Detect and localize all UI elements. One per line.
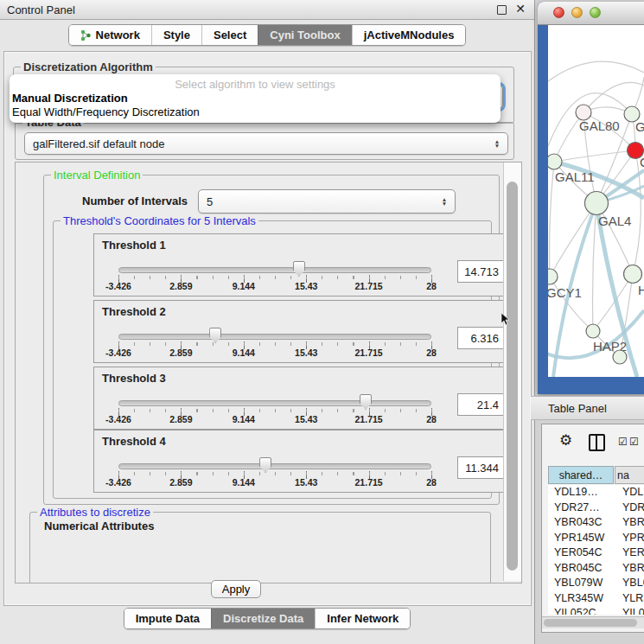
slider-scale-label: 2.859 bbox=[169, 281, 192, 291]
control-panel-window: Control Panel ✕ NetworkStyleSelectCyni T… bbox=[0, 0, 535, 644]
slider-scale-label: 9.144 bbox=[233, 348, 255, 358]
network-node[interactable] bbox=[613, 350, 627, 364]
network-node-gal11[interactable] bbox=[548, 154, 562, 169]
network-icon bbox=[80, 29, 92, 41]
table-row[interactable]: YIL052CYIL0 bbox=[548, 606, 644, 615]
gear-icon[interactable]: ⚙ bbox=[559, 431, 572, 450]
number-of-intervals-combobox[interactable]: 5 ▲▼ bbox=[198, 189, 456, 214]
slider-ticks bbox=[118, 275, 432, 283]
network-node-hap2[interactable] bbox=[586, 324, 600, 338]
table-data-combobox-value: galFiltered.sif default node bbox=[33, 137, 491, 150]
slider-scale-label: 21.715 bbox=[355, 348, 383, 358]
cyni-toolbox-panel: Discretization Algorithm ▲▼ Select algor… bbox=[3, 51, 532, 606]
network-edge[interactable] bbox=[548, 61, 644, 81]
vertical-scrollbar[interactable] bbox=[503, 163, 521, 581]
slider-scale-label: -3.426 bbox=[105, 414, 131, 424]
slider-track[interactable] bbox=[118, 400, 431, 406]
threshold-value-field[interactable]: 6.316 bbox=[457, 327, 504, 349]
table-panel-title: Table Panel bbox=[548, 402, 607, 415]
tab-network[interactable]: Network bbox=[69, 25, 151, 45]
table-data-combobox[interactable]: galFiltered.sif default node ▲▼ bbox=[24, 132, 508, 155]
network-edge[interactable] bbox=[550, 162, 554, 277]
stepper-arrows-icon: ▲▼ bbox=[438, 197, 450, 206]
tab-select[interactable]: Select bbox=[201, 25, 258, 45]
network-node-gcy1[interactable] bbox=[548, 269, 558, 284]
table-row[interactable]: YDR27…YDR2 bbox=[548, 501, 644, 516]
tab-label: Style bbox=[163, 29, 190, 41]
slider-scale-label: 28 bbox=[426, 477, 437, 488]
checkbox-icon[interactable]: ☑ bbox=[629, 436, 639, 448]
cell-shared-name: YBR043C bbox=[548, 515, 616, 531]
tab-infer-network[interactable]: Infer Network bbox=[315, 609, 410, 628]
split-view-icon[interactable] bbox=[589, 434, 605, 451]
table-row[interactable]: YER054CYER0 bbox=[548, 545, 644, 561]
minimize-traffic-light-icon[interactable] bbox=[571, 7, 583, 18]
threshold-value-field[interactable]: 14.713 bbox=[457, 260, 504, 283]
settings-scroll-area: Interval Definition Number of Intervals … bbox=[15, 162, 522, 583]
top-tab-bar: NetworkStyleSelectCyni ToolboxjActiveMNo… bbox=[0, 24, 534, 46]
number-of-intervals-label: Number of Intervals bbox=[82, 194, 188, 207]
tab-discretize-data[interactable]: Discretize Data bbox=[211, 609, 315, 628]
network-edge[interactable] bbox=[554, 150, 635, 162]
close-traffic-light-icon[interactable] bbox=[553, 7, 564, 18]
table-row[interactable]: YPR145WYPR1 bbox=[548, 531, 644, 546]
cell-name: YPR1 bbox=[616, 531, 644, 546]
table-row[interactable]: YDL19…YDL1 bbox=[548, 485, 644, 501]
cell-name: YIL0 bbox=[616, 606, 644, 615]
bottom-tab-bar: Impute DataDiscretize DataInfer Network bbox=[0, 608, 534, 629]
network-node-gal4[interactable] bbox=[585, 192, 609, 215]
thresholds-group: Threshold's Coordinates for 5 Intervals … bbox=[53, 220, 492, 499]
threshold-label: Threshold 1 bbox=[102, 239, 166, 252]
table-panel-titlebar: Table Panel bbox=[531, 396, 644, 420]
window-title: Control Panel bbox=[7, 3, 75, 16]
threshold-value-field[interactable]: 11.344 bbox=[457, 456, 504, 479]
horizontal-scrollbar-thumb[interactable] bbox=[544, 619, 637, 627]
slider-ticks bbox=[118, 408, 432, 416]
tab-jactivemnodules[interactable]: jActiveMNodules bbox=[352, 25, 466, 45]
threshold-panel: Threshold 1-3.4262.8599.14415.4321.71528… bbox=[93, 233, 517, 296]
tab-cyni-toolbox[interactable]: Cyni Toolbox bbox=[258, 25, 351, 45]
slider-track[interactable] bbox=[118, 463, 431, 469]
tab-label: Impute Data bbox=[136, 612, 200, 625]
slider-scale-label: 21.715 bbox=[355, 281, 383, 291]
slider-track[interactable] bbox=[118, 267, 431, 273]
algorithm-option[interactable]: Equal Width/Frequency Discretization bbox=[12, 105, 200, 118]
close-icon[interactable]: ✕ bbox=[515, 2, 526, 16]
network-edge[interactable] bbox=[550, 203, 596, 277]
interval-definition-group: Interval Definition Number of Intervals … bbox=[43, 175, 500, 505]
network-edge[interactable] bbox=[593, 203, 597, 331]
apply-button[interactable]: Apply bbox=[211, 580, 261, 598]
algorithm-option[interactable]: Manual Discretization bbox=[12, 92, 128, 105]
column-header-shared-name[interactable]: shared… bbox=[548, 466, 614, 484]
cell-name: YDL1 bbox=[616, 485, 644, 501]
zoom-traffic-light-icon[interactable] bbox=[590, 7, 601, 18]
cell-shared-name: YIL052C bbox=[548, 606, 616, 615]
column-header-name[interactable]: na bbox=[615, 466, 644, 484]
vertical-scrollbar-thumb[interactable] bbox=[507, 182, 518, 571]
threshold-label: Threshold 2 bbox=[102, 305, 166, 318]
cell-name: YBR0 bbox=[616, 561, 644, 577]
cell-name: YER0 bbox=[616, 545, 644, 561]
algorithm-dropdown-popup: Select algorithm to view settings Manual… bbox=[10, 74, 501, 123]
table-row[interactable]: YLR345WYLR3 bbox=[548, 591, 644, 607]
checkbox-icon[interactable]: ☑ bbox=[618, 436, 628, 448]
float-window-icon[interactable] bbox=[497, 5, 507, 15]
network-node-h[interactable] bbox=[624, 265, 642, 284]
slider-track[interactable] bbox=[118, 334, 431, 340]
slider-scale-label: 28 bbox=[426, 348, 437, 358]
threshold-value-field[interactable]: 21.4 bbox=[457, 393, 504, 416]
horizontal-scrollbar[interactable] bbox=[542, 616, 644, 628]
tab-impute-data[interactable]: Impute Data bbox=[124, 609, 211, 628]
table-row[interactable]: YBR043CYBR0 bbox=[548, 515, 644, 531]
table-row[interactable]: YBR045CYBR0 bbox=[548, 561, 644, 577]
discretization-algorithm-title: Discretization Algorithm bbox=[21, 61, 156, 73]
slider-scale-label: 2.859 bbox=[169, 477, 192, 488]
table-row[interactable]: YBL079WYBL0 bbox=[548, 576, 644, 591]
tab-label: Infer Network bbox=[327, 612, 399, 625]
network-canvas[interactable]: GAL80GCGAL11GAL4GCY1HHAP2 bbox=[548, 25, 644, 377]
slider-scale-label: -3.426 bbox=[105, 477, 131, 488]
tab-style[interactable]: Style bbox=[151, 25, 201, 45]
cell-shared-name: YBR045C bbox=[548, 561, 616, 577]
slider-ticks bbox=[118, 471, 432, 479]
slider-scale-label: 28 bbox=[426, 281, 437, 291]
